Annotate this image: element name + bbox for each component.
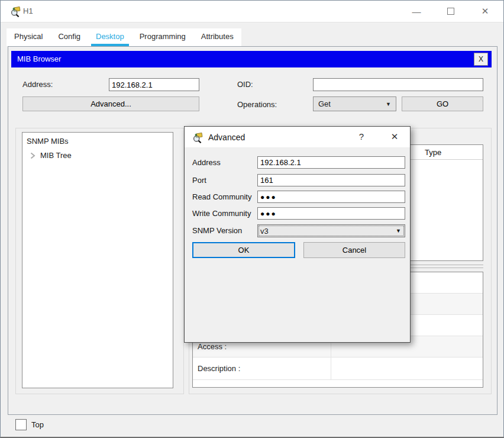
minimize-icon: — — [412, 7, 421, 17]
advanced-button[interactable]: Advanced... — [22, 96, 199, 111]
oid-input[interactable] — [313, 78, 483, 91]
read-community-label: Read Community — [192, 191, 251, 203]
snmp-version-label: SNMP Version — [192, 224, 242, 237]
ok-button[interactable]: OK — [192, 242, 295, 258]
maximize-button[interactable] — [440, 1, 462, 22]
mib-browser-close-button[interactable]: X — [474, 53, 488, 66]
dialog-port-input[interactable] — [257, 174, 405, 186]
write-community-input[interactable] — [257, 207, 405, 220]
snmp-version-selected-value: v3 — [260, 227, 269, 236]
dialog-port-label: Port — [192, 174, 206, 186]
dialog-close-button[interactable]: ✕ — [389, 131, 400, 142]
packet-tracer-icon — [192, 131, 204, 143]
top-checkbox-label: Top — [31, 419, 44, 430]
maximize-icon — [447, 8, 454, 15]
oid-label: OID: — [237, 78, 253, 91]
mib-browser-header: MIB Browser X — [11, 51, 492, 67]
read-community-input[interactable] — [257, 191, 405, 203]
device-tabstrip: Physical Config Desktop Programming Attr… — [7, 28, 241, 46]
question-mark-icon: ? — [359, 131, 364, 141]
detail-row-description: Description : — [193, 358, 483, 380]
type-column-header: Type — [425, 145, 441, 160]
close-icon: ✕ — [391, 131, 399, 141]
tab-attributes[interactable]: Attributes — [193, 28, 241, 46]
tab-physical[interactable]: Physical — [7, 28, 50, 46]
detail-row — [193, 380, 483, 387]
snmp-mibs-panel: SNMP MIBs MIB Tree — [22, 132, 173, 388]
cancel-button[interactable]: Cancel — [303, 242, 405, 258]
tab-programming[interactable]: Programming — [132, 28, 193, 46]
operations-selected-value: Get — [318, 99, 331, 108]
write-community-label: Write Community — [192, 207, 251, 220]
close-button[interactable]: ✕ — [474, 1, 496, 22]
tab-desktop[interactable]: Desktop — [88, 28, 132, 46]
help-button[interactable]: ? — [356, 131, 367, 141]
address-label: Address: — [22, 78, 53, 91]
chevron-down-icon: ▼ — [386, 101, 391, 107]
go-button[interactable]: GO — [402, 96, 483, 111]
snmp-version-select[interactable]: v3 ▼ — [257, 224, 405, 237]
close-icon: ✕ — [482, 6, 489, 17]
packet-tracer-icon — [10, 5, 22, 17]
tab-config[interactable]: Config — [50, 28, 88, 46]
chevron-right-icon — [29, 152, 36, 159]
dialog-address-label: Address — [192, 156, 221, 169]
advanced-dialog-titlebar[interactable]: Advanced ? ✕ — [185, 127, 410, 148]
operations-label: Operations: — [237, 97, 277, 112]
snmp-mibs-label: SNMP MIBs — [27, 137, 173, 146]
advanced-dialog: Advanced ? ✕ Address Port Read Community… — [184, 126, 411, 343]
app-window: H1 — ✕ Physical Config Desktop Programmi… — [0, 0, 504, 438]
advanced-dialog-title: Advanced — [208, 133, 245, 142]
dialog-address-input[interactable] — [257, 156, 405, 169]
minimize-button[interactable]: — — [405, 1, 428, 22]
operations-select[interactable]: Get ▼ — [313, 96, 396, 111]
window-title: H1 — [23, 7, 33, 15]
mib-tree-node-label: MIB Tree — [40, 151, 72, 160]
mib-browser-title: MIB Browser — [17, 54, 61, 63]
top-checkbox[interactable] — [15, 419, 27, 430]
chevron-down-icon: ▼ — [396, 228, 401, 234]
mib-tree-node[interactable]: MIB Tree — [29, 151, 173, 160]
window-titlebar: H1 — ✕ — [1, 1, 503, 22]
address-input[interactable] — [109, 78, 199, 91]
